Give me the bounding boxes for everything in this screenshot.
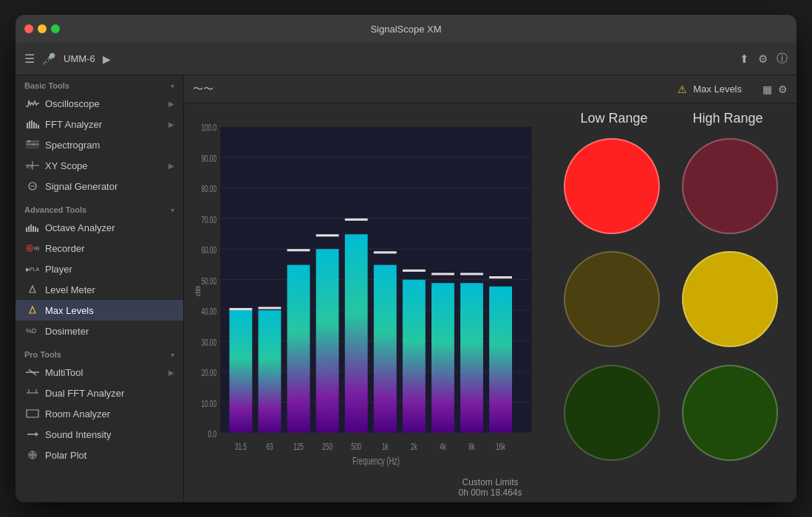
svg-rect-3 (33, 122, 35, 129)
low-top-circle (564, 138, 660, 234)
polar-plot-icon (26, 448, 39, 462)
svg-text:2k: 2k (411, 442, 417, 451)
svg-rect-69 (287, 265, 310, 433)
svg-rect-73 (345, 234, 368, 433)
sub-toolbar-left: 〜〜 (193, 83, 214, 96)
high-range-label: High Range (671, 111, 785, 126)
svg-text:40.00: 40.00 (201, 307, 216, 317)
svg-rect-78 (403, 270, 426, 272)
svg-text:31.5: 31.5 (235, 442, 247, 451)
sidebar-item-octave-analyzer[interactable]: Octave Analyzer (16, 217, 183, 238)
share-icon[interactable]: ⬆ (740, 52, 749, 66)
svg-rect-20 (35, 227, 36, 232)
info-icon[interactable]: ⓘ (777, 52, 788, 66)
svg-rect-76 (374, 251, 397, 253)
svg-rect-71 (316, 249, 339, 433)
custom-limits-label: Custom Limits (184, 477, 796, 487)
oscilloscope-icon (26, 97, 39, 110)
svg-text:60.00: 60.00 (201, 246, 216, 256)
pro-tools-header: Pro Tools ▾ (16, 344, 183, 362)
low-mid-circle (564, 251, 660, 347)
svg-text:250: 250 (322, 442, 332, 451)
view-area: 100.0 90.00 80.00 70.00 60.00 50.00 40.0… (184, 103, 796, 473)
spectrogram-icon (26, 138, 39, 151)
sidebar-item-signal-generator[interactable]: Signal Generator (16, 176, 183, 196)
sub-toolbar-right: ⚠ Max Levels ▦ ⚙ (678, 83, 788, 95)
toolbar-right: ⬆ ⚙ ⓘ (740, 52, 788, 66)
circles-grid (557, 134, 785, 465)
chart-view-icon[interactable]: ▦ (762, 83, 772, 95)
svg-text:XY: XY (26, 164, 33, 169)
dual-fft-label: Dual FFT Analyzer (45, 388, 174, 399)
multitool-arrow: ▶ (168, 369, 174, 377)
sidebar-item-multitool[interactable]: MultiTool ▶ (16, 362, 183, 383)
low-bot-circle (564, 365, 660, 461)
sidebar-item-spectrogram[interactable]: Spectrogram (16, 134, 183, 155)
sidebar-item-polar-plot[interactable]: Polar Plot (16, 445, 183, 465)
advanced-tools-header: Advanced Tools ▾ (16, 199, 183, 217)
low-mid-cell (557, 247, 666, 352)
max-levels-toolbar-label: Max Levels (693, 83, 742, 95)
high-top-cell (675, 134, 785, 239)
svg-text:20.00: 20.00 (201, 369, 216, 378)
sidebar-item-sound-intensity[interactable]: Sound Intensity (16, 424, 183, 445)
waveform-icon: 〜〜 (193, 83, 214, 96)
svg-rect-82 (460, 273, 483, 275)
sidebar-item-max-levels[interactable]: Max Levels (16, 300, 183, 321)
sidebar-toggle-icon[interactable]: ☰ (24, 52, 35, 66)
svg-rect-84 (489, 276, 512, 278)
svg-text:dB: dB (195, 285, 202, 296)
sound-intensity-icon (26, 428, 39, 441)
svg-point-23 (28, 247, 31, 250)
svg-text:▶PLAY: ▶PLAY (26, 267, 39, 272)
settings-icon[interactable]: ⚙ (758, 52, 768, 66)
maximize-button[interactable] (51, 24, 60, 33)
high-bot-circle (682, 365, 778, 461)
octave-analyzer-label: Octave Analyzer (45, 222, 174, 233)
circles-header: Low Range High Range (557, 111, 785, 126)
time-display: 0h 00m 18.464s (184, 487, 796, 498)
sidebar-item-room-analyzer[interactable]: Room Analyzer (16, 403, 183, 424)
sidebar-item-player[interactable]: ▶PLAY Player (16, 258, 183, 279)
high-top-circle (682, 138, 778, 234)
sidebar-item-level-meter[interactable]: Level Meter (16, 279, 183, 300)
svg-rect-80 (431, 273, 454, 275)
svg-rect-77 (403, 280, 426, 433)
toolbar-left: ☰ 🎤 UMM-6 ▶ (24, 52, 111, 66)
room-analyzer-icon (26, 407, 39, 420)
svg-text:50.00: 50.00 (201, 276, 216, 286)
spectrogram-label: Spectrogram (45, 140, 174, 151)
svg-text:90.00: 90.00 (201, 154, 216, 163)
main-content: Basic Tools ▾ Oscilloscope ▶ (16, 75, 796, 502)
player-icon: ▶PLAY (26, 262, 39, 275)
level-meter-icon (26, 283, 39, 296)
level-meter-label: Level Meter (45, 284, 174, 295)
minimize-button[interactable] (38, 24, 47, 33)
sidebar-item-xy-scope[interactable]: XY XY Scope ▶ (16, 155, 183, 176)
circles-panel: Low Range High Range (545, 103, 796, 473)
svg-rect-0 (27, 123, 28, 129)
xy-arrow: ▶ (168, 162, 174, 170)
sidebar-item-dosimeter[interactable]: %D Dosimeter (16, 321, 183, 341)
low-top-cell (557, 134, 666, 239)
svg-rect-4 (35, 123, 37, 129)
play-button[interactable]: ▶ (103, 53, 111, 65)
svg-rect-83 (489, 287, 512, 433)
chart-settings-icon[interactable]: ⚙ (778, 83, 788, 95)
octave-analyzer-icon (26, 221, 39, 234)
low-bot-cell (557, 360, 666, 465)
close-button[interactable] (24, 24, 33, 33)
microphone-icon: 🎤 (42, 52, 56, 66)
sidebar-item-recorder[interactable]: REC Recorder (16, 238, 183, 258)
svg-rect-68 (259, 307, 282, 309)
basic-tools-label: Basic Tools (24, 81, 69, 90)
toolbar: ☰ 🎤 UMM-6 ▶ ⬆ ⚙ ⓘ (16, 43, 796, 75)
multitool-icon (26, 366, 39, 379)
content-area: 〜〜 ⚠ Max Levels ▦ ⚙ (184, 75, 796, 502)
sidebar-item-oscilloscope[interactable]: Oscilloscope ▶ (16, 93, 183, 114)
high-mid-circle (682, 251, 778, 347)
svg-rect-18 (30, 225, 32, 232)
sidebar-item-dual-fft[interactable]: Dual FFT Analyzer (16, 383, 183, 403)
xy-scope-icon: XY (26, 159, 39, 172)
sidebar-item-fft-analyzer[interactable]: FFT Analyzer ▶ (16, 114, 183, 134)
